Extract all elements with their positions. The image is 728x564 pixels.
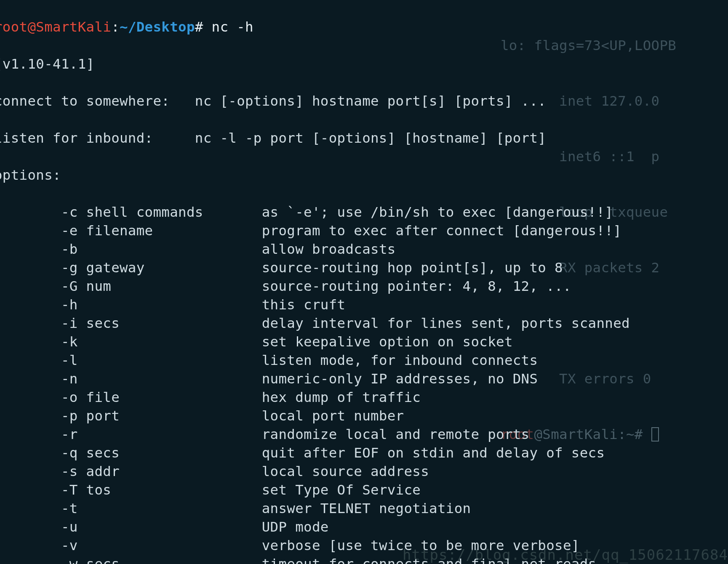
option-flag: -l	[0, 352, 78, 368]
option-desc: set Type Of Service	[262, 482, 421, 498]
option-row: -r randomize local and remote ports	[0, 425, 728, 444]
option-row: -n numeric-only IP addresses, no DNS	[0, 370, 728, 388]
option-row: -T tos set Type Of Service	[0, 481, 728, 499]
option-row: -e filename program to exec after connec…	[0, 221, 728, 240]
option-desc: source-routing hop point[s], up to 8	[262, 260, 563, 276]
option-row: -g gateway source-routing hop point[s], …	[0, 258, 728, 277]
option-desc: allow broadcasts	[262, 241, 396, 257]
option-row: -k set keepalive option on socket	[0, 333, 728, 351]
option-flag: -r	[0, 426, 78, 442]
option-row: -o file hex dump of traffic	[0, 388, 728, 407]
terminal[interactable]: root@SmartKali:~/Desktop# nc -h [v1.10-4…	[0, 0, 728, 564]
option-row: -i secs delay interval for lines sent, p…	[0, 314, 728, 333]
option-flag: -n	[0, 371, 78, 387]
option-flag: -t	[0, 500, 78, 516]
option-desc: delay interval for lines sent, ports sca…	[262, 315, 630, 331]
option-desc: source-routing pointer: 4, 8, 12, ...	[262, 278, 571, 294]
option-desc: hex dump of traffic	[262, 389, 421, 405]
option-flag: -e filename	[0, 223, 153, 239]
option-flag: -k	[0, 334, 78, 350]
options-list: -c shell commands as `-e'; use /bin/sh t…	[0, 203, 728, 564]
option-row: -p port local port number	[0, 407, 728, 425]
option-flag: -c shell commands	[0, 204, 203, 220]
option-flag: -h	[0, 297, 78, 313]
option-desc: answer TELNET negotiation	[262, 500, 471, 516]
option-row: -u UDP mode	[0, 518, 728, 536]
watermark: https://blog.csdn.net/qq_15062117684	[403, 545, 728, 564]
option-flag: -w secs	[0, 556, 120, 564]
option-flag: -o file	[0, 389, 120, 405]
option-row: -l listen mode, for inbound connects	[0, 351, 728, 370]
option-flag: -q secs	[0, 445, 120, 461]
prompt-user: root	[0, 19, 27, 35]
option-row: -b allow broadcasts	[0, 240, 728, 258]
option-desc: local port number	[262, 408, 404, 424]
prompt-line[interactable]: root@SmartKali:~/Desktop# nc -h	[0, 18, 728, 36]
prompt-path: ~/Desktop	[120, 19, 195, 35]
usage-connect: connect to somewhere: nc [-options] host…	[0, 92, 728, 110]
option-row: -s addr local source address	[0, 462, 728, 481]
option-row: -G num source-routing pointer: 4, 8, 12,…	[0, 277, 728, 295]
option-flag: -T tos	[0, 482, 111, 498]
option-row: -t answer TELNET negotiation	[0, 499, 728, 518]
command-text: nc -h	[212, 19, 253, 35]
prompt-host: @SmartKali	[27, 19, 111, 35]
option-row: -c shell commands as `-e'; use /bin/sh t…	[0, 203, 728, 221]
option-flag: -u	[0, 519, 78, 535]
options-header: options:	[0, 166, 728, 184]
option-desc: listen mode, for inbound connects	[262, 352, 538, 368]
option-desc: quit after EOF on stdin and delay of sec…	[262, 445, 605, 461]
option-flag: -b	[0, 241, 78, 257]
usage-listen: listen for inbound: nc -l -p port [-opti…	[0, 129, 728, 147]
option-flag: -G num	[0, 278, 111, 294]
option-desc: as `-e'; use /bin/sh to exec [dangerous!…	[262, 204, 613, 220]
option-desc: local source address	[262, 463, 429, 479]
option-flag: -g gateway	[0, 260, 145, 276]
option-flag: -p port	[0, 408, 120, 424]
option-flag: -i secs	[0, 315, 120, 331]
option-row: -q secs quit after EOF on stdin and dela…	[0, 444, 728, 462]
option-desc: numeric-only IP addresses, no DNS	[262, 371, 538, 387]
option-desc: set keepalive option on socket	[262, 334, 513, 350]
option-desc: program to exec after connect [dangerous…	[262, 223, 621, 239]
option-row: -h this cruft	[0, 295, 728, 314]
option-flag: -s addr	[0, 463, 120, 479]
version-line: [v1.10-41.1]	[0, 55, 728, 73]
option-flag: -v	[0, 537, 78, 553]
option-desc: UDP mode	[262, 519, 329, 535]
option-desc: randomize local and remote ports	[262, 426, 530, 442]
option-desc: this cruft	[262, 297, 346, 313]
